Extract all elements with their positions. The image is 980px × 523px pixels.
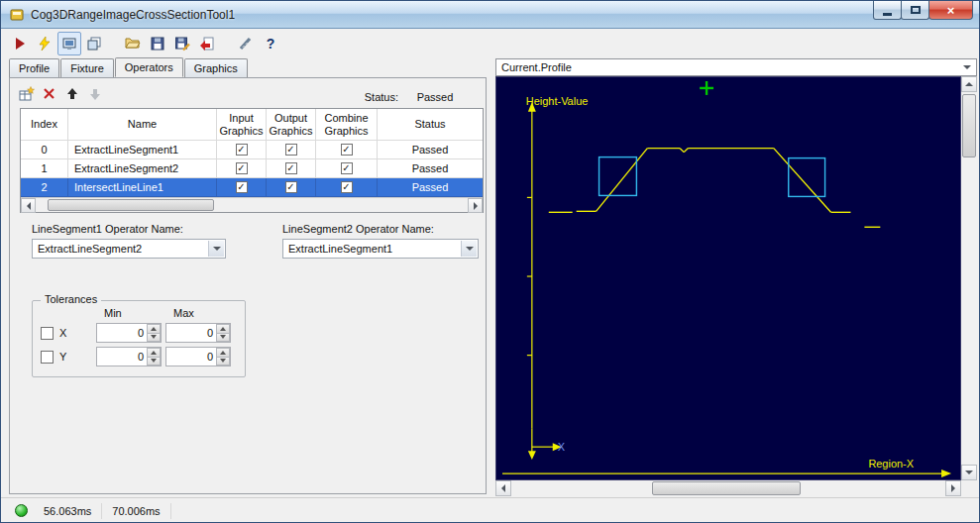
combo-dropdown-button[interactable] bbox=[461, 241, 477, 257]
profile-plot-svg[interactable]: Height-ValueRegion-XX bbox=[496, 77, 960, 479]
segment1-operator-combobox[interactable]: ExtractLineSegment2 bbox=[32, 239, 226, 259]
table-row[interactable]: 2IntersectLineLine1✓✓✓Passed bbox=[21, 178, 483, 197]
tolerance-y-checkbox[interactable] bbox=[41, 351, 54, 364]
spin-down-button[interactable] bbox=[216, 333, 230, 343]
plot-horizontal-scrollbar[interactable] bbox=[495, 480, 961, 496]
column-header-combine-graphics[interactable]: Combine Graphics bbox=[316, 109, 378, 141]
spinner-buttons bbox=[147, 348, 161, 366]
scrollbar-thumb[interactable] bbox=[652, 481, 801, 495]
copy-results-button[interactable] bbox=[82, 32, 106, 55]
tolerance-y-min-value[interactable]: 0 bbox=[99, 348, 144, 366]
open-file-icon bbox=[125, 36, 141, 52]
scrollbar-thumb[interactable] bbox=[48, 199, 214, 211]
status-value: Passed bbox=[404, 91, 466, 103]
plot-vertical-scrollbar[interactable] bbox=[961, 76, 977, 480]
profile-plot[interactable]: Height-ValueRegion-XX bbox=[495, 76, 961, 480]
spinner-buttons bbox=[147, 324, 161, 342]
tolerance-y-max-spinner[interactable]: 0 bbox=[165, 347, 231, 366]
tab-graphics[interactable]: Graphics bbox=[184, 58, 248, 77]
tolerance-x-max-spinner[interactable]: 0 bbox=[165, 323, 231, 343]
input-graphics-checkbox[interactable]: ✓ bbox=[236, 181, 248, 193]
cell-input-graphics: ✓ bbox=[217, 141, 267, 159]
scrollbar-track[interactable] bbox=[511, 480, 945, 496]
column-header-index[interactable]: Index bbox=[21, 109, 68, 141]
move-up-button[interactable] bbox=[61, 83, 82, 104]
spin-down-button[interactable] bbox=[147, 333, 161, 343]
tolerance-y-max-value[interactable]: 0 bbox=[168, 348, 213, 366]
cell-output-graphics: ✓ bbox=[267, 178, 316, 197]
output-graphics-checkbox[interactable]: ✓ bbox=[285, 162, 297, 174]
output-graphics-checkbox[interactable]: ✓ bbox=[285, 181, 297, 193]
close-icon: × bbox=[947, 3, 955, 18]
help-button[interactable]: ? bbox=[259, 32, 282, 55]
column-header-output-graphics[interactable]: Output Graphics bbox=[267, 109, 316, 141]
tolerance-x-min-spinner[interactable]: 0 bbox=[96, 323, 162, 343]
cell-combine-graphics: ✓ bbox=[316, 159, 378, 178]
combo-dropdown-button[interactable] bbox=[959, 60, 975, 74]
cell-output-graphics: ✓ bbox=[267, 159, 316, 178]
run-button[interactable] bbox=[8, 32, 32, 55]
tolerance-x-min-value[interactable]: 0 bbox=[99, 324, 144, 342]
caliper-button[interactable] bbox=[234, 32, 258, 55]
scrollbar-thumb[interactable] bbox=[962, 94, 976, 157]
segment2-operator-value: ExtractLineSegment1 bbox=[288, 243, 392, 255]
save-as-icon bbox=[174, 36, 190, 52]
main-toolbar: ? bbox=[1, 29, 979, 58]
cell-index: 2 bbox=[21, 178, 68, 197]
column-header-status[interactable]: Status bbox=[378, 109, 483, 141]
tolerance-x-max-value[interactable]: 0 bbox=[168, 324, 213, 342]
combine-graphics-checkbox[interactable]: ✓ bbox=[341, 181, 353, 193]
add-operator-button[interactable] bbox=[16, 83, 37, 104]
tab-fixture[interactable]: Fixture bbox=[60, 58, 114, 77]
import-button[interactable] bbox=[195, 32, 219, 55]
combine-graphics-checkbox[interactable]: ✓ bbox=[341, 162, 353, 174]
operators-toolbar bbox=[16, 83, 107, 104]
scroll-right-button[interactable] bbox=[468, 198, 483, 213]
output-graphics-checkbox[interactable]: ✓ bbox=[285, 144, 297, 156]
save-button[interactable] bbox=[146, 32, 169, 55]
column-header-input-graphics[interactable]: Input Graphics bbox=[217, 109, 267, 141]
scroll-left-button[interactable] bbox=[21, 198, 36, 213]
column-header-name[interactable]: Name bbox=[68, 109, 217, 141]
live-display-button[interactable] bbox=[57, 32, 81, 55]
scroll-down-button[interactable] bbox=[961, 465, 977, 480]
table-row[interactable]: 1ExtractLineSegment2✓✓✓Passed bbox=[21, 159, 483, 178]
spin-down-button[interactable] bbox=[216, 357, 230, 366]
maximize-button[interactable] bbox=[901, 1, 929, 20]
scrollbar-track[interactable] bbox=[36, 198, 468, 212]
spin-down-button[interactable] bbox=[147, 357, 161, 366]
segment1-operator-label: LineSegment1 Operator Name: bbox=[32, 223, 183, 235]
title-bar[interactable]: Cog3DRangeImageCrossSectionTool1 × bbox=[1, 1, 979, 29]
scroll-left-button[interactable] bbox=[495, 480, 511, 496]
svg-text:Height-Value: Height-Value bbox=[526, 95, 588, 107]
svg-text:Region-X: Region-X bbox=[868, 458, 914, 470]
scroll-right-button[interactable] bbox=[945, 480, 961, 496]
delete-operator-button[interactable] bbox=[39, 83, 59, 104]
table-horizontal-scrollbar[interactable] bbox=[21, 197, 483, 212]
open-file-button[interactable] bbox=[121, 32, 145, 55]
trigger-button[interactable] bbox=[33, 32, 56, 55]
scrollbar-corner bbox=[961, 480, 977, 496]
record-selector-combobox[interactable]: Current.Profile bbox=[495, 58, 977, 76]
combine-graphics-checkbox[interactable]: ✓ bbox=[341, 144, 353, 156]
tab-profile[interactable]: Profile bbox=[9, 58, 59, 77]
cell-index: 0 bbox=[21, 141, 68, 159]
tolerance-x-checkbox[interactable] bbox=[41, 327, 54, 340]
save-as-button[interactable] bbox=[170, 32, 194, 55]
arrow-up-icon bbox=[965, 82, 973, 86]
minimize-button[interactable] bbox=[873, 1, 902, 20]
tolerance-y-min-spinner[interactable]: 0 bbox=[96, 347, 162, 366]
input-graphics-checkbox[interactable]: ✓ bbox=[236, 162, 248, 174]
table-row[interactable]: 0ExtractLineSegment1✓✓✓Passed bbox=[21, 141, 483, 159]
operators-table: Index Name Input Graphics Output Graphic… bbox=[20, 108, 484, 213]
scroll-up-button[interactable] bbox=[961, 76, 977, 92]
tab-operators[interactable]: Operators bbox=[115, 57, 183, 77]
import-icon bbox=[199, 36, 215, 52]
move-down-button[interactable] bbox=[84, 83, 105, 104]
add-operator-icon bbox=[18, 86, 35, 102]
input-graphics-checkbox[interactable]: ✓ bbox=[236, 144, 248, 156]
caliper-icon bbox=[238, 36, 254, 52]
combo-dropdown-button[interactable] bbox=[208, 241, 224, 257]
segment2-operator-combobox[interactable]: ExtractLineSegment1 bbox=[282, 239, 479, 259]
close-button[interactable]: × bbox=[928, 1, 973, 20]
